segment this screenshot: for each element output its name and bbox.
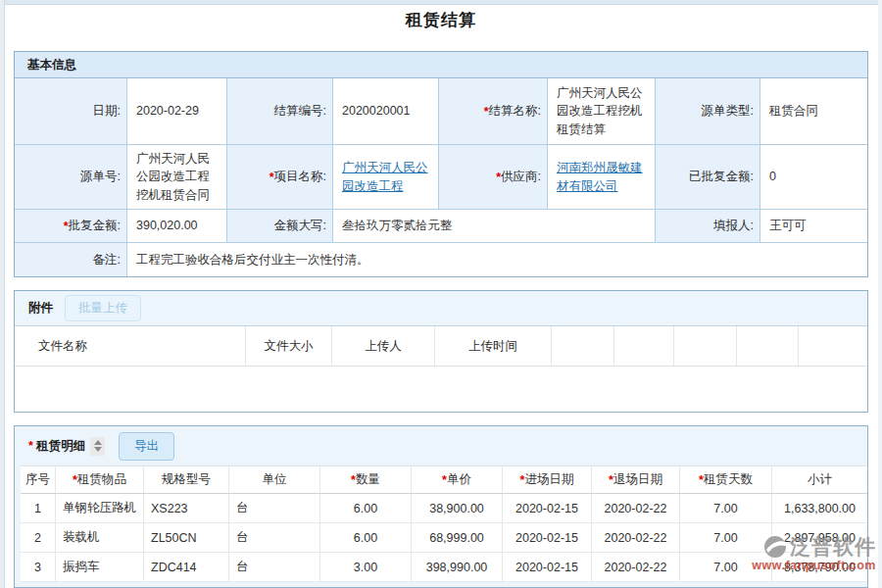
col-header-empty-2 bbox=[614, 326, 674, 366]
approved-amount-label: 已批复金额: bbox=[656, 145, 760, 210]
settlement-no-label: 结算编号: bbox=[227, 78, 333, 145]
col-header-entry-date: 进场日期 bbox=[503, 466, 592, 493]
cell-unit: 台 bbox=[229, 523, 320, 552]
source-no-label: 源单号: bbox=[15, 145, 127, 210]
date-value: 2020-02-29 bbox=[127, 78, 227, 145]
cell-subtotal: 8,378,790.00 bbox=[772, 553, 867, 581]
col-header-empty-5 bbox=[799, 326, 867, 366]
col-header-empty-1 bbox=[552, 326, 614, 366]
col-header-file-size: 文件大小 bbox=[246, 326, 332, 366]
cell-entry-date: 2020-02-15 bbox=[503, 523, 592, 552]
export-button[interactable]: 导出 bbox=[119, 432, 174, 461]
rental-details-table: 序号 租赁物品 规格型号 单位 数量 单价 进场日期 退场日期 租赁天数 小计 … bbox=[21, 466, 867, 582]
cell-rental-days: 7.00 bbox=[680, 494, 772, 522]
window-left-edge bbox=[0, 0, 5, 588]
supplier-label: 供应商: bbox=[439, 145, 548, 210]
cell-item: 装载机 bbox=[56, 523, 144, 552]
col-header-file-name: 文件名称 bbox=[15, 326, 246, 366]
cell-exit-date: 2020-02-22 bbox=[592, 523, 680, 552]
col-header-rental-days: 租赁天数 bbox=[680, 466, 772, 493]
window-top-edge bbox=[0, 0, 882, 5]
rental-details-panel: 租赁明细 导出 序号 租赁物品 规格型号 单位 数量 单价 进场日期 退场日期 … bbox=[14, 425, 868, 588]
rental-details-section-title: 租赁明细 bbox=[28, 438, 85, 455]
cell-subtotal: 1,633,800.00 bbox=[772, 494, 867, 522]
settlement-name-label: 结算名称: bbox=[439, 78, 548, 145]
col-header-empty-4 bbox=[737, 326, 799, 366]
col-header-upload-time: 上传时间 bbox=[435, 326, 552, 366]
page-title: 租赁结算 bbox=[0, 9, 882, 31]
remark-label: 备注: bbox=[15, 243, 127, 276]
col-header-seq: 序号 bbox=[21, 466, 56, 493]
cell-seq: 3 bbox=[21, 553, 56, 581]
cell-seq: 2 bbox=[21, 523, 56, 552]
basic-info-panel: 基本信息 日期: 2020-02-29 结算编号: 2020020001 结算名… bbox=[14, 51, 868, 277]
cell-rental-days: 7.00 bbox=[680, 553, 772, 581]
cell-subtotal: 2,897,958.00 bbox=[772, 523, 867, 552]
col-header-unit-price: 单价 bbox=[412, 466, 503, 493]
cell-entry-date: 2020-02-15 bbox=[503, 494, 592, 522]
attachments-table: 文件名称 文件大小 上传人 上传时间 bbox=[15, 325, 867, 412]
cell-model: XS223 bbox=[144, 494, 229, 522]
batch-upload-button[interactable]: 批量上传 bbox=[65, 295, 141, 321]
settlement-no-value: 2020020001 bbox=[333, 78, 439, 145]
date-label: 日期: bbox=[15, 78, 127, 145]
rental-details-header: 租赁明细 导出 bbox=[15, 426, 867, 466]
source-type-label: 源单类型: bbox=[656, 78, 760, 145]
approved-amount-value: 0 bbox=[760, 145, 867, 210]
col-header-item: 租赁物品 bbox=[56, 466, 144, 493]
amount-in-words-label: 金额大写: bbox=[227, 210, 333, 243]
supplier-link[interactable]: 河南郑州晟敏建材有限公司 bbox=[557, 159, 649, 196]
col-header-empty-3 bbox=[674, 326, 737, 366]
supplier-cell: 河南郑州晟敏建材有限公司 bbox=[548, 145, 656, 210]
table-row: 3 振捣车 ZDC414 台 3.00 398,990.00 2020-02-1… bbox=[21, 553, 867, 582]
window-right-edge bbox=[878, 0, 882, 588]
col-header-uploader: 上传人 bbox=[332, 326, 435, 366]
col-header-exit-date: 退场日期 bbox=[592, 466, 680, 493]
col-header-subtotal: 小计 bbox=[772, 466, 867, 493]
attachments-panel: 附件 批量上传 文件名称 文件大小 上传人 上传时间 bbox=[14, 290, 868, 413]
cell-entry-date: 2020-02-15 bbox=[503, 553, 592, 581]
cell-unit-price: 38,900.00 bbox=[412, 494, 503, 522]
source-type-value: 租赁合同 bbox=[760, 78, 867, 145]
basic-info-grid: 日期: 2020-02-29 结算编号: 2020020001 结算名称: 广州… bbox=[15, 78, 867, 276]
sort-arrows-icon[interactable] bbox=[90, 437, 105, 456]
cell-model: ZDC414 bbox=[144, 553, 229, 581]
remark-value: 工程完工验收合格后交付业主一次性付清。 bbox=[127, 243, 867, 276]
table-row: 1 单钢轮压路机 XS223 台 6.00 38,900.00 2020-02-… bbox=[21, 494, 867, 523]
cell-item: 振捣车 bbox=[56, 553, 144, 581]
col-header-quantity: 数量 bbox=[320, 466, 412, 493]
project-name-label: 项目名称: bbox=[227, 145, 333, 210]
cell-unit-price: 68,999.00 bbox=[412, 523, 503, 552]
attachments-header: 附件 批量上传 bbox=[15, 291, 867, 325]
col-header-model: 规格型号 bbox=[144, 466, 229, 493]
filler-label: 填报人: bbox=[656, 210, 760, 243]
cell-quantity: 3.00 bbox=[320, 553, 412, 581]
cell-model: ZL50CN bbox=[144, 523, 229, 552]
cell-rental-days: 7.00 bbox=[680, 523, 772, 552]
filler-value: 王可可 bbox=[760, 210, 867, 243]
source-no-value: 广州天河人民公园改造工程挖机租赁合同 bbox=[127, 145, 227, 210]
cell-quantity: 6.00 bbox=[320, 494, 412, 522]
table-row: 2 装载机 ZL50CN 台 6.00 68,999.00 2020-02-15… bbox=[21, 523, 867, 553]
attachments-table-header-row: 文件名称 文件大小 上传人 上传时间 bbox=[15, 326, 867, 367]
cell-exit-date: 2020-02-22 bbox=[592, 553, 680, 581]
cell-quantity: 6.00 bbox=[320, 523, 412, 552]
project-name-cell: 广州天河人民公园改造工程 bbox=[333, 145, 439, 210]
settlement-name-value: 广州天河人民公园改造工程挖机租赁结算 bbox=[548, 78, 656, 145]
approval-amount-value: 390,020.00 bbox=[127, 210, 227, 243]
col-header-unit: 单位 bbox=[229, 466, 320, 493]
cell-item: 单钢轮压路机 bbox=[56, 494, 144, 522]
cell-seq: 1 bbox=[21, 494, 56, 522]
cell-unit-price: 398,990.00 bbox=[412, 553, 503, 581]
details-header-row: 序号 租赁物品 规格型号 单位 数量 单价 进场日期 退场日期 租赁天数 小计 bbox=[21, 466, 867, 494]
project-name-link[interactable]: 广州天河人民公园改造工程 bbox=[342, 159, 432, 196]
attachments-section-title: 附件 bbox=[28, 300, 53, 317]
cell-exit-date: 2020-02-22 bbox=[592, 494, 680, 522]
approval-amount-label: 批复金额: bbox=[15, 210, 127, 243]
basic-info-section-title: 基本信息 bbox=[15, 52, 867, 78]
cell-unit: 台 bbox=[229, 494, 320, 522]
amount-in-words-value: 叁拾玖万零贰拾元整 bbox=[333, 210, 656, 243]
cell-unit: 台 bbox=[229, 553, 320, 581]
